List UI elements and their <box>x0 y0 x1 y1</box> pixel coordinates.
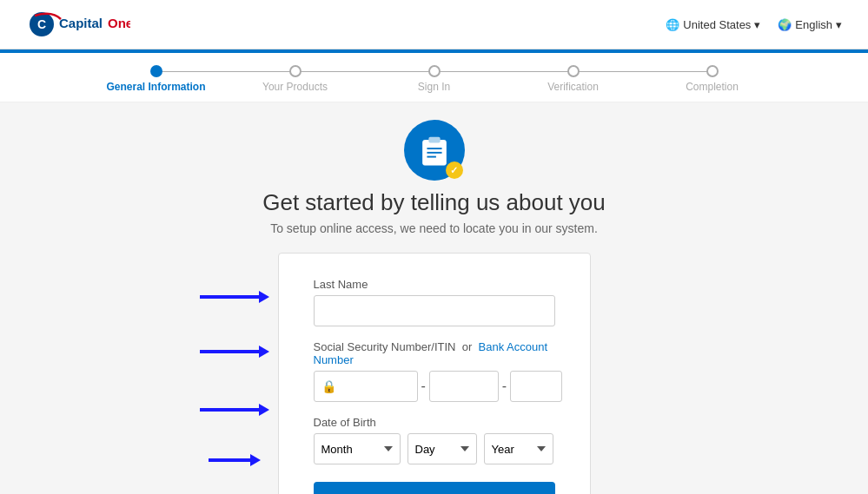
last-name-label: Last Name <box>314 278 555 291</box>
language-selector[interactable]: 🌍 English ▾ <box>778 18 842 31</box>
step-verification: Verification <box>504 65 643 93</box>
step-dot-3 <box>428 65 441 77</box>
ssn-row: 🔒 - - <box>314 371 555 402</box>
region-selector[interactable]: 🌐 United States ▾ <box>666 18 760 31</box>
step-label-4: Verification <box>547 81 599 93</box>
svg-marker-17 <box>250 454 261 466</box>
ssn-dash-2: - <box>502 379 507 394</box>
arrow-1-svg <box>200 289 269 305</box>
svg-marker-13 <box>259 346 269 358</box>
main-subtitle: To setup online access, we need to locat… <box>270 221 598 235</box>
ssn-or-text: or <box>462 340 473 353</box>
ssn-dash-1: - <box>421 379 426 394</box>
step-dot-5 <box>706 65 719 77</box>
dob-row: Month JanuaryFebruaryMarch AprilMayJune … <box>314 433 555 464</box>
dob-label: Date of Birth <box>314 416 555 429</box>
svg-text:Capital: Capital <box>59 16 103 30</box>
day-select[interactable]: Day <box>407 433 477 464</box>
step-your-products: Your Products <box>226 65 365 93</box>
form-card: Last Name Social Security Number/ITIN or… <box>278 253 591 494</box>
ssn-input-1[interactable] <box>341 379 411 393</box>
region-label: United States <box>683 18 751 31</box>
last-name-group: Last Name <box>314 278 555 326</box>
clipboard-svg <box>418 134 451 167</box>
icon-area: ✓ <box>404 120 465 181</box>
main-content: ✓ Get started by telling us about you To… <box>0 102 868 494</box>
arrow-1 <box>200 289 269 305</box>
logo: C Capital One <box>26 9 130 40</box>
clipboard-icon: ✓ <box>404 120 465 181</box>
svg-text:One: One <box>108 16 130 30</box>
progress-bar: General Information Your Products Sign I… <box>0 53 868 102</box>
arrow-3-svg <box>200 402 269 418</box>
step-label-3: Sign In <box>418 81 450 93</box>
step-dot-4 <box>567 65 580 77</box>
chevron-down-icon: ▾ <box>836 18 842 31</box>
svg-marker-15 <box>259 404 269 416</box>
header-right: 🌐 United States ▾ 🌍 English ▾ <box>666 18 842 31</box>
svg-rect-6 <box>428 137 440 143</box>
find-me-button[interactable]: Find Me <box>314 482 555 494</box>
main-title: Get started by telling us about you <box>262 189 606 216</box>
last-name-input[interactable] <box>314 295 555 326</box>
arrow-4 <box>200 452 269 468</box>
chevron-down-icon: ▾ <box>754 18 760 31</box>
step-completion: Completion <box>643 65 782 93</box>
arrow-3 <box>200 402 269 418</box>
step-sign-in: Sign In <box>365 65 504 93</box>
step-dot-2 <box>289 65 301 77</box>
step-general-information: General Information <box>87 65 226 93</box>
ssn-label: Social Security Number/ITIN or Bank Acco… <box>314 340 555 366</box>
step-label-2: Your Products <box>262 81 328 93</box>
globe-icon: 🌐 <box>666 18 679 31</box>
check-badge: ✓ <box>446 161 463 179</box>
ssn-label-text: Social Security Number/ITIN <box>314 340 456 353</box>
year-select[interactable]: Year <box>484 433 553 464</box>
ssn-field-1: 🔒 <box>314 371 418 402</box>
capital-one-logo: C Capital One <box>26 9 130 40</box>
ssn-group: Social Security Number/ITIN or Bank Acco… <box>314 340 555 402</box>
step-dot-1 <box>150 65 162 77</box>
arrow-2 <box>200 344 269 359</box>
arrow-2-svg <box>200 344 269 359</box>
ssn-input-3[interactable] <box>510 371 562 402</box>
svg-marker-11 <box>259 291 269 303</box>
form-container: Last Name Social Security Number/ITIN or… <box>278 253 591 494</box>
step-label-5: Completion <box>686 81 739 93</box>
language-label: English <box>795 18 832 31</box>
dob-group: Date of Birth Month JanuaryFebruaryMarch… <box>314 416 555 464</box>
ssn-input-2[interactable] <box>429 371 499 402</box>
month-select[interactable]: Month JanuaryFebruaryMarch AprilMayJune … <box>314 433 401 464</box>
step-label-1: General Information <box>106 81 205 93</box>
arrow-4-svg <box>200 452 269 468</box>
svg-text:C: C <box>37 17 46 31</box>
header: C Capital One 🌐 United States ▾ 🌍 Englis… <box>0 0 868 49</box>
language-icon: 🌍 <box>778 18 792 31</box>
lock-icon: 🔒 <box>321 379 336 393</box>
